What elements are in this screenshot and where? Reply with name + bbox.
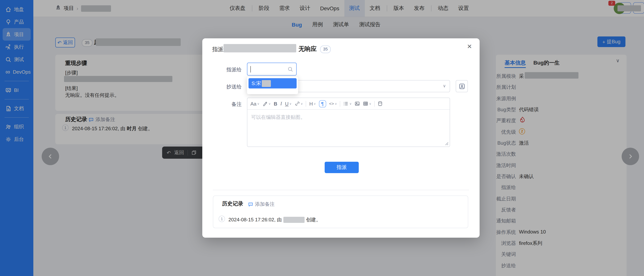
dialog-bug-title: 无响应 bbox=[298, 45, 317, 53]
heading-button[interactable]: H∨ bbox=[309, 101, 316, 106]
image-button[interactable] bbox=[355, 101, 360, 106]
paragraph-button[interactable]: ¶ bbox=[319, 100, 326, 107]
search-icon bbox=[288, 66, 293, 72]
dialog-history-entry: 2024-08-15 17:26:02, 由 创建。 bbox=[228, 216, 321, 223]
table-button[interactable]: ∨ bbox=[363, 101, 372, 106]
link-button[interactable]: ∨ bbox=[294, 101, 303, 106]
resize-handle-icon[interactable] bbox=[444, 141, 448, 146]
font-color-button[interactable]: ∨ bbox=[262, 101, 271, 106]
divider bbox=[213, 190, 469, 190]
chevron-down-icon: ∨ bbox=[443, 83, 446, 88]
image-icon bbox=[355, 101, 360, 106]
redacted-block bbox=[283, 217, 304, 223]
toolbar-divider bbox=[306, 101, 306, 106]
editor-toolbar: Aa∨ ∨ B I U∨ ∨ H∨ ¶ <>∨ bbox=[247, 98, 450, 110]
link-icon bbox=[294, 101, 300, 106]
toolbar-divider bbox=[340, 101, 340, 106]
redacted-block bbox=[262, 80, 271, 87]
close-icon[interactable]: ✕ bbox=[467, 43, 472, 50]
dialog-history-section: 历史记录 添加备注 1 2024-08-15 17:26:02, 由 创建。 bbox=[213, 196, 468, 228]
note-label: 备注 bbox=[202, 101, 242, 108]
bold-button[interactable]: B bbox=[274, 101, 277, 106]
cc-label: 抄送给 bbox=[202, 83, 242, 90]
assignee-label: 指派给 bbox=[202, 66, 242, 73]
palette-icon bbox=[262, 101, 268, 106]
cc-people-picker-button[interactable] bbox=[456, 80, 468, 92]
redacted-block bbox=[224, 44, 296, 52]
assignee-search-input[interactable] bbox=[247, 63, 296, 76]
toolbar-divider bbox=[374, 101, 375, 106]
text-caret bbox=[250, 66, 251, 73]
editor-placeholder: 可以在编辑器直接贴图。 bbox=[251, 114, 305, 121]
dialog-bug-id-badge: 35 bbox=[320, 46, 331, 53]
assign-submit-button[interactable]: 指派 bbox=[325, 162, 359, 173]
note-editor[interactable]: Aa∨ ∨ B I U∨ ∨ H∨ ¶ <>∨ bbox=[247, 98, 450, 147]
list-icon bbox=[344, 101, 349, 106]
dialog-history-entry-number: 1 bbox=[218, 216, 225, 222]
panel-button[interactable] bbox=[378, 101, 382, 106]
dialog-history-title: 历史记录 bbox=[222, 200, 243, 207]
code-button[interactable]: <>∨ bbox=[329, 101, 337, 106]
app-stage: 项目 › 仪表盘 阶段 需求 设计 DevOps 测试 文档 版本 发布 动态 … bbox=[0, 0, 644, 276]
dialog-action-label: 指派 bbox=[212, 46, 224, 53]
list-button[interactable]: ∨ bbox=[344, 101, 352, 106]
person-picker-icon bbox=[458, 83, 465, 89]
italic-button[interactable]: I bbox=[280, 101, 282, 107]
dialog-add-note-link[interactable]: 添加备注 bbox=[248, 201, 275, 208]
table-icon bbox=[363, 101, 368, 106]
underline-button[interactable]: U∨ bbox=[285, 101, 292, 106]
assignee-option[interactable]: S:宋 bbox=[248, 78, 296, 88]
assign-dialog: ✕ 指派 无响应 35 指派给 S:宋 抄送给 ∨ bbox=[202, 38, 480, 238]
card-layout-icon bbox=[378, 101, 382, 106]
comment-icon bbox=[248, 202, 253, 207]
assignee-dropdown: S:宋 bbox=[247, 77, 298, 94]
font-style-button[interactable]: Aa∨ bbox=[250, 101, 260, 106]
